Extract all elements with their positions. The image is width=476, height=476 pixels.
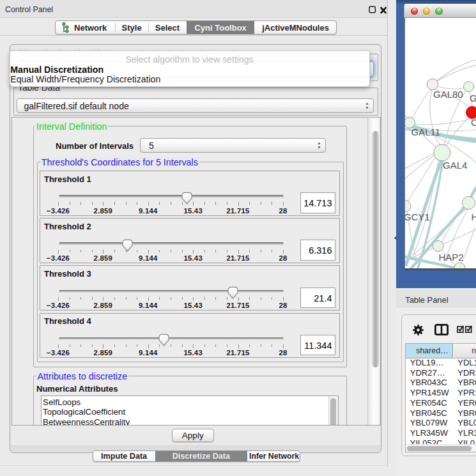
svg-text:H: H bbox=[472, 211, 476, 222]
svg-text:GCY1: GCY1 bbox=[405, 211, 430, 222]
svg-text:GA: GA bbox=[470, 92, 476, 103]
svg-text:GAL11: GAL11 bbox=[411, 126, 441, 137]
svg-text:HAP2: HAP2 bbox=[439, 252, 464, 263]
svg-text:GAL4: GAL4 bbox=[443, 159, 467, 170]
svg-text:C: C bbox=[471, 116, 476, 127]
svg-text:GAL80: GAL80 bbox=[433, 89, 463, 100]
